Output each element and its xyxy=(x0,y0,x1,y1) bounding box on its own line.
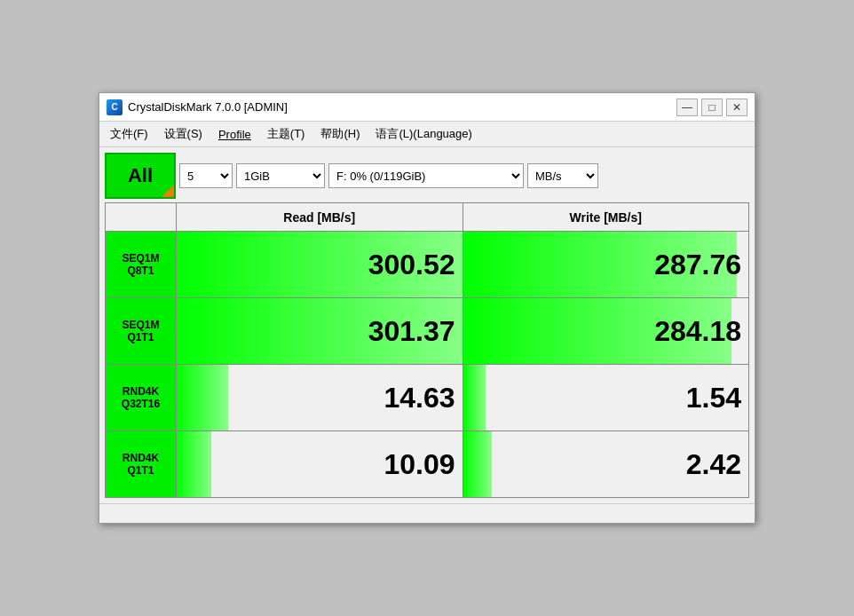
menu-profile[interactable]: Profile xyxy=(211,125,258,144)
read-value-3: 10.09 xyxy=(177,431,463,497)
count-select[interactable]: 5 xyxy=(179,163,233,188)
bench-label-3: RND4KQ1T1 xyxy=(106,431,177,498)
bench-read-1: 301.37 xyxy=(177,298,463,365)
statusbar xyxy=(99,503,755,523)
bench-read-2: 14.63 xyxy=(177,365,463,431)
titlebar-controls: — □ ✕ xyxy=(676,99,747,116)
menubar: 文件(F) 设置(S) Profile 主题(T) 帮助(H) 语言(L)(La… xyxy=(99,122,755,147)
table-row: SEQ1MQ8T1 300.52 287.76 xyxy=(106,232,749,298)
bench-label-1: SEQ1MQ1T1 xyxy=(106,298,177,365)
write-value-0: 287.76 xyxy=(463,232,749,297)
table-row: RND4KQ1T1 10.09 2.42 xyxy=(106,431,749,498)
read-value-0: 300.52 xyxy=(177,232,463,297)
write-value-3: 2.42 xyxy=(463,431,749,497)
table-row: SEQ1MQ1T1 301.37 284.18 xyxy=(106,298,749,365)
menu-language[interactable]: 语言(L)(Language) xyxy=(368,123,478,145)
unit-select[interactable]: MB/s xyxy=(527,163,598,188)
bench-write-0: 287.76 xyxy=(463,232,749,298)
titlebar-left: C CrystalDiskMark 7.0.0 [ADMIN] xyxy=(107,99,288,115)
main-content: All 5 1GiB F: 0% (0/119GiB) MB/s Read [M… xyxy=(99,147,755,503)
drive-select[interactable]: F: 0% (0/119GiB) xyxy=(328,163,524,188)
bench-write-2: 1.54 xyxy=(463,365,749,431)
menu-help[interactable]: 帮助(H) xyxy=(313,123,367,145)
bench-read-3: 10.09 xyxy=(177,431,463,498)
benchmark-table: Read [MB/s] Write [MB/s] SEQ1MQ8T1 300.5… xyxy=(105,202,749,498)
table-header-row: Read [MB/s] Write [MB/s] xyxy=(106,203,749,232)
read-value-2: 14.63 xyxy=(177,365,463,430)
write-value-1: 284.18 xyxy=(463,298,749,364)
bench-read-0: 300.52 xyxy=(177,232,463,298)
app-icon: C xyxy=(107,99,123,115)
maximize-button[interactable]: □ xyxy=(701,99,723,116)
close-button[interactable]: ✕ xyxy=(726,99,747,116)
titlebar: C CrystalDiskMark 7.0.0 [ADMIN] — □ ✕ xyxy=(99,93,755,122)
menu-theme[interactable]: 主题(T) xyxy=(260,123,312,145)
controls-row: All 5 1GiB F: 0% (0/119GiB) MB/s xyxy=(105,153,749,199)
all-button[interactable]: All xyxy=(105,153,176,199)
size-select[interactable]: 1GiB xyxy=(236,163,325,188)
write-value-2: 1.54 xyxy=(463,365,749,430)
read-header: Read [MB/s] xyxy=(177,203,463,232)
read-value-1: 301.37 xyxy=(177,298,463,364)
write-header: Write [MB/s] xyxy=(463,203,749,232)
menu-file[interactable]: 文件(F) xyxy=(103,123,155,145)
table-row: RND4KQ32T16 14.63 1.54 xyxy=(106,365,749,431)
minimize-button[interactable]: — xyxy=(676,99,698,116)
menu-settings[interactable]: 设置(S) xyxy=(157,123,210,145)
bench-label-2: RND4KQ32T16 xyxy=(106,365,177,431)
bench-label-0: SEQ1MQ8T1 xyxy=(106,232,177,298)
bench-write-1: 284.18 xyxy=(463,298,749,365)
window-title: CrystalDiskMark 7.0.0 [ADMIN] xyxy=(128,100,288,114)
main-window: C CrystalDiskMark 7.0.0 [ADMIN] — □ ✕ 文件… xyxy=(99,92,755,524)
bench-write-3: 2.42 xyxy=(463,431,749,498)
